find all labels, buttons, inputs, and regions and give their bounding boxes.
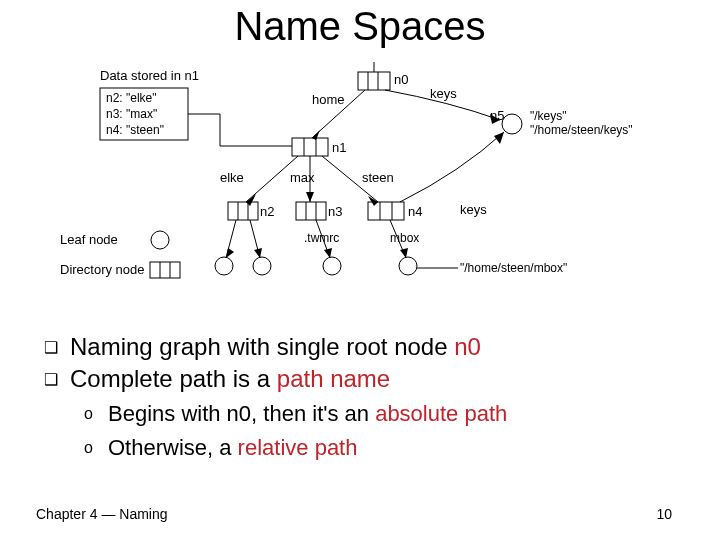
node-n4: n4 (408, 204, 422, 219)
svg-marker-38 (324, 248, 332, 258)
mbox-path: "/home/steen/mbox" (460, 261, 567, 275)
b1-red: n0 (454, 333, 481, 360)
svg-point-14 (502, 114, 522, 134)
svg-point-42 (399, 257, 417, 275)
circle-bullet-icon: o (84, 434, 108, 458)
legend-leaf: Leaf node (60, 232, 118, 247)
svg-point-36 (253, 257, 271, 275)
node-n2: n2 (260, 204, 274, 219)
n5-path-b: "/home/steen/keys" (530, 123, 633, 137)
sub-bullet-2: o Otherwise, a relative path (84, 434, 684, 462)
svg-point-39 (323, 257, 341, 275)
edge-twmrc: .twmrc (304, 231, 339, 245)
stored-l2: n4: "steen" (106, 123, 164, 137)
svg-marker-18 (306, 192, 314, 202)
sub-bullet-1: o Begins with n0, then it's an absolute … (84, 400, 684, 428)
node-n3: n3 (328, 204, 342, 219)
node-n1: n1 (332, 140, 346, 155)
naming-graph-figure: Data stored in n1 n2: "elke" n3: "max" n… (60, 62, 660, 312)
s2-pre: Otherwise, a (108, 435, 238, 460)
edge-keys2: keys (460, 202, 487, 217)
footer-left-a: Chapter 4 (36, 506, 101, 522)
svg-point-33 (215, 257, 233, 275)
svg-point-44 (151, 231, 169, 249)
page-number: 10 (656, 506, 672, 522)
svg-rect-24 (296, 202, 326, 220)
svg-marker-32 (226, 248, 234, 258)
node-n0: n0 (394, 72, 408, 87)
b2-red: path name (277, 365, 390, 392)
footer-left-b: Naming (115, 506, 167, 522)
n5-path-a: "/keys" (530, 109, 567, 123)
svg-rect-21 (228, 202, 258, 220)
circle-bullet-icon: o (84, 400, 108, 424)
edge-mbox: mbox (390, 231, 419, 245)
square-bullet-icon: ❑ (44, 364, 70, 390)
node-n5: n5 (490, 108, 504, 123)
footer-chapter: Chapter 4 — Naming (36, 506, 168, 522)
edge-max: max (290, 170, 315, 185)
b1-pre: Naming graph with single root node (70, 333, 454, 360)
s1-red: absolute path (375, 401, 507, 426)
slide-title: Name Spaces (0, 4, 720, 49)
svg-marker-41 (400, 248, 408, 258)
footer-dash: — (101, 506, 115, 522)
stored-l0: n2: "elke" (106, 91, 157, 105)
svg-marker-30 (494, 132, 504, 144)
svg-rect-45 (150, 262, 180, 278)
legend-dir: Directory node (60, 262, 145, 277)
square-bullet-icon: ❑ (44, 332, 70, 358)
stored-l1: n3: "max" (106, 107, 157, 121)
s1-pre: Begins with n0, then it's an (108, 401, 375, 426)
bullet-list: ❑ Naming graph with single root node n0 … (44, 332, 684, 461)
bullet-2: ❑ Complete path is a path name (44, 364, 684, 394)
stored-header: Data stored in n1 (100, 68, 199, 83)
edge-home: home (312, 92, 345, 107)
svg-rect-11 (292, 138, 328, 156)
edge-steen: steen (362, 170, 394, 185)
svg-marker-35 (254, 248, 262, 258)
svg-rect-4 (358, 72, 390, 90)
edge-elke: elke (220, 170, 244, 185)
b2-pre: Complete path is a (70, 365, 277, 392)
s2-red: relative path (238, 435, 358, 460)
edge-keys: keys (430, 86, 457, 101)
bullet-1: ❑ Naming graph with single root node n0 (44, 332, 684, 362)
